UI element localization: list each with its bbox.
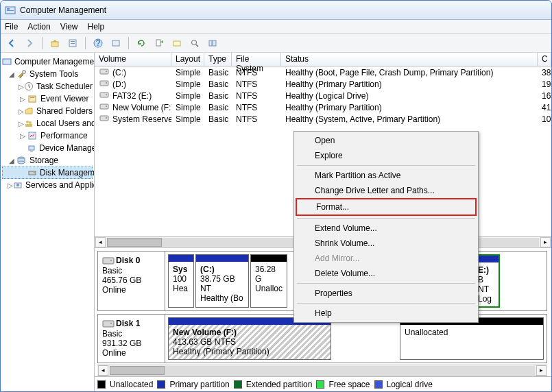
- expand-icon[interactable]: ▷: [19, 108, 24, 115]
- svg-rect-19: [29, 96, 36, 102]
- ctx-change-letter[interactable]: Change Drive Letter and Paths...: [296, 183, 477, 198]
- ctx-mark-active[interactable]: Mark Partition as Active: [296, 168, 477, 183]
- scroll-right-button[interactable]: ▸: [540, 237, 551, 247]
- ctx-shrink[interactable]: Shrink Volume...: [296, 236, 477, 251]
- svg-point-21: [26, 121, 29, 123]
- tree-device-manager[interactable]: Device Manager: [2, 142, 93, 154]
- partition[interactable]: New Volume (F:)413.63 GB NTFSHealthy (Pr…: [168, 317, 331, 360]
- tree-services[interactable]: ▷Services and Applications: [2, 179, 93, 191]
- svg-rect-14: [209, 40, 212, 46]
- menu-action[interactable]: Action: [27, 22, 50, 32]
- volume-name: New Volume (F:): [112, 103, 171, 112]
- window-title: Computer Management: [20, 5, 106, 15]
- ctx-explore[interactable]: Explore: [296, 148, 477, 163]
- tree-local-users[interactable]: ▷Local Users and Groups: [2, 117, 93, 130]
- tree-label: Disk Management: [40, 168, 95, 177]
- forward-button[interactable]: [23, 36, 36, 50]
- expand-icon[interactable]: ▷: [19, 95, 27, 103]
- volume-fs: NTFS: [232, 114, 281, 124]
- tree-performance[interactable]: ▷Performance: [2, 130, 93, 142]
- ctx-extend[interactable]: Extend Volume...: [296, 221, 477, 236]
- properties-button[interactable]: [66, 36, 80, 50]
- expand-icon[interactable]: ▷: [8, 182, 13, 189]
- col-fs[interactable]: File System: [232, 53, 281, 66]
- tree-disk-management[interactable]: Disk Management: [2, 167, 93, 179]
- view-button[interactable]: [109, 36, 123, 50]
- disk-name: Disk 1: [116, 319, 140, 328]
- menu-help[interactable]: Help: [88, 22, 105, 32]
- svg-rect-44: [103, 258, 114, 264]
- partition-status: Unalloc: [255, 284, 283, 293]
- tree-task-scheduler[interactable]: ▷Task Scheduler: [2, 80, 93, 93]
- volume-fs: NTFS: [232, 103, 281, 112]
- svg-rect-42: [100, 116, 108, 121]
- list-button[interactable]: [206, 36, 219, 50]
- help-button[interactable]: ?: [91, 36, 105, 50]
- expand-icon[interactable]: ▷: [19, 132, 27, 140]
- svg-rect-2: [7, 10, 14, 11]
- disk-info[interactable]: Disk 1Basic931.32 GBOnline: [98, 315, 165, 363]
- col-c[interactable]: C: [538, 53, 551, 66]
- collapse-icon[interactable]: ◢: [8, 157, 16, 164]
- expand-icon[interactable]: ▷: [19, 120, 24, 127]
- tree-label: Performance: [40, 131, 88, 140]
- partition[interactable]: (C:)38.75 GB NTHealthy (Bo: [195, 254, 249, 308]
- scroll-right-button[interactable]: ▸: [536, 365, 547, 376]
- svg-point-17: [23, 71, 26, 74]
- col-status[interactable]: Status: [281, 53, 538, 66]
- export-button[interactable]: [152, 36, 166, 50]
- title-bar: Computer Management: [1, 1, 551, 20]
- ctx-open[interactable]: Open: [296, 133, 477, 148]
- tree-label: Shared Folders: [36, 106, 93, 116]
- tree-shared-folders[interactable]: ▷Shared Folders: [2, 105, 93, 117]
- scroll-left-button[interactable]: ◂: [95, 237, 106, 247]
- disk-info[interactable]: Disk 0Basic465.76 GBOnline: [98, 252, 165, 310]
- col-layout[interactable]: Layout: [171, 53, 204, 66]
- partition[interactable]: Sys100Hea: [168, 254, 194, 308]
- col-volume[interactable]: Volume: [95, 53, 171, 66]
- svg-point-12: [192, 40, 197, 45]
- drive-icon: [99, 79, 110, 87]
- svg-point-41: [106, 106, 107, 107]
- table-row[interactable]: System ReservedSimpleBasicNTFSHealthy (S…: [95, 113, 551, 125]
- ctx-delete[interactable]: Delete Volume...: [296, 266, 477, 281]
- volume-c: 38: [538, 68, 551, 77]
- settings-button[interactable]: [170, 36, 184, 50]
- menu-file[interactable]: File: [5, 22, 18, 32]
- collapse-icon[interactable]: ◢: [8, 71, 16, 78]
- table-row[interactable]: FAT32 (E:)SimpleBasicNTFSHealthy (Logica…: [95, 90, 551, 101]
- refresh-button[interactable]: [134, 36, 148, 50]
- drive-icon: [99, 67, 110, 75]
- partition[interactable]: 36.28 GUnalloc: [250, 254, 287, 308]
- table-row[interactable]: New Volume (F:)SimpleBasicNTFSHealthy (P…: [95, 101, 551, 113]
- tree-label: Task Scheduler: [36, 82, 93, 91]
- find-button[interactable]: [188, 36, 202, 50]
- tree-system-tools[interactable]: ◢ System Tools: [2, 68, 93, 80]
- ctx-help[interactable]: Help: [296, 306, 477, 321]
- volume-list[interactable]: (C:)SimpleBasicNTFSHealthy (Boot, Page F…: [95, 66, 551, 125]
- svg-rect-46: [103, 321, 114, 327]
- scroll-left-button[interactable]: ◂: [98, 365, 108, 376]
- menu-view[interactable]: View: [60, 22, 78, 32]
- col-type[interactable]: Type: [204, 53, 232, 66]
- expand-icon[interactable]: ▷: [19, 83, 24, 90]
- tree-storage[interactable]: ◢Storage: [2, 154, 93, 167]
- navigation-tree[interactable]: Computer Management (Local ◢ System Tool…: [1, 53, 95, 391]
- ctx-format[interactable]: Format...: [296, 198, 477, 216]
- table-row[interactable]: (D:)SimpleBasicNTFSHealthy (Primary Part…: [95, 78, 551, 90]
- legend-label: Unallocated: [110, 380, 153, 389]
- disk-name: Disk 0: [116, 256, 140, 265]
- back-button[interactable]: [5, 36, 19, 50]
- ctx-properties[interactable]: Properties: [296, 286, 477, 301]
- up-button[interactable]: [48, 36, 62, 50]
- volume-fs: NTFS: [232, 91, 281, 101]
- partition-title: (C:): [200, 265, 244, 274]
- partition-bar: [251, 255, 287, 262]
- partition-bar: [169, 255, 193, 262]
- partition-size: 38.75 GB NT: [200, 274, 244, 293]
- tree-root[interactable]: Computer Management (Local: [2, 56, 93, 68]
- disk-hscroll[interactable]: ◂ ▸: [97, 365, 547, 376]
- table-row[interactable]: (C:)SimpleBasicNTFSHealthy (Boot, Page F…: [95, 66, 551, 78]
- partition[interactable]: Unallocated: [400, 317, 544, 360]
- tree-event-viewer[interactable]: ▷Event Viewer: [2, 93, 93, 105]
